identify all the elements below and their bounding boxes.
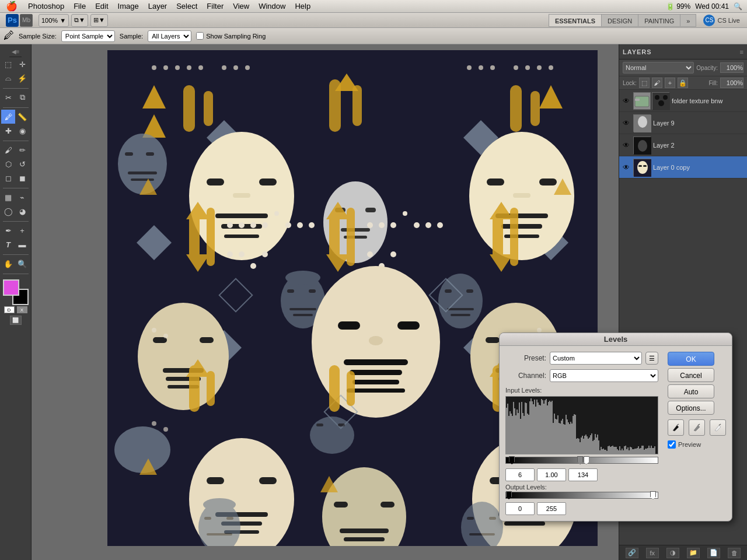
menu-window[interactable]: Window [254, 0, 290, 13]
gradient-tool[interactable]: ▦ [1, 190, 15, 204]
cs-live-label[interactable]: CS Live [717, 17, 740, 24]
layer-visibility-2[interactable]: 👁 [622, 141, 631, 150]
tab-painting[interactable]: PAINTING [638, 14, 680, 27]
apple-menu[interactable]: 🍎 [0, 1, 23, 12]
input-white-point-handle[interactable] [584, 456, 589, 464]
input-white-value[interactable] [568, 468, 598, 481]
patch-tool[interactable]: ◉ [15, 124, 29, 138]
eyedropper-tool[interactable]: 🖉 [1, 110, 15, 124]
dodge-tool[interactable]: ◯ [1, 204, 15, 218]
layers-panel-menu[interactable]: ≡ [740, 48, 743, 55]
layer-item-2[interactable]: 👁 Layer 2 [619, 134, 747, 156]
show-sampling-ring-option[interactable]: Show Sampling Ring [196, 32, 266, 40]
menu-help[interactable]: Help [290, 0, 315, 13]
menu-select[interactable]: Select [172, 0, 202, 13]
sample-size-select[interactable]: Point Sample [61, 30, 115, 42]
burn-tool[interactable]: ◕ [15, 204, 29, 218]
input-black-point-handle[interactable] [509, 456, 515, 464]
text-tool[interactable]: T [1, 237, 15, 251]
menu-image[interactable]: Image [113, 0, 144, 13]
toolbox-menu[interactable]: ≡ [16, 48, 20, 55]
layer-item-0-copy[interactable]: 👁 Layer 0 copy [619, 156, 747, 178]
new-layer-btn[interactable]: 📄 [707, 548, 720, 558]
pencil-tool[interactable]: ✏ [15, 143, 29, 157]
ruler-tool[interactable]: 📏 [15, 110, 29, 124]
input-gamma-handle[interactable] [577, 456, 583, 464]
blur-tool[interactable]: ⌁ [15, 190, 29, 204]
wand-tool[interactable]: ⚡ [15, 71, 29, 85]
input-black-value[interactable] [505, 468, 535, 481]
crop-tool[interactable]: ✂ [1, 90, 15, 104]
add-anchor[interactable]: + [15, 223, 29, 237]
sample-select[interactable]: All Layers [148, 30, 191, 42]
history-brush[interactable]: ↺ [15, 157, 29, 171]
white-point-eyedropper[interactable] [710, 419, 726, 436]
eraser-tool[interactable]: ◻ [1, 171, 15, 185]
preview-checkbox[interactable] [668, 440, 676, 449]
black-point-eyedropper[interactable] [668, 419, 684, 436]
slice-tool[interactable]: ⧉ [15, 90, 29, 104]
output-max-handle[interactable] [650, 491, 656, 499]
zoom-tool[interactable]: 🔍 [15, 257, 29, 271]
fill-input[interactable] [720, 78, 743, 88]
lock-transparent-btn[interactable]: ⬚ [639, 78, 650, 88]
screen-mode-btn[interactable]: ⬜ [10, 316, 22, 325]
add-style-btn[interactable]: fx [646, 548, 659, 558]
svg-point-157 [163, 427, 168, 432]
marquee-tool[interactable]: ⬚ [1, 57, 15, 71]
add-mask-btn[interactable]: ◑ [666, 548, 679, 558]
new-group-btn[interactable]: 📁 [687, 548, 700, 558]
search-icon[interactable]: 🔍 [734, 2, 742, 10]
link-layers-btn[interactable]: 🔗 [626, 548, 638, 558]
brush-tool[interactable]: 🖌 [1, 143, 15, 157]
layer-visibility-0-copy[interactable]: 👁 [622, 163, 631, 172]
menu-photoshop[interactable]: Photoshop [23, 0, 69, 13]
default-colors-btn[interactable]: D [4, 306, 15, 313]
output-max-value[interactable] [537, 502, 566, 515]
lock-position-btn[interactable]: + [665, 78, 675, 88]
blend-mode-select[interactable]: Normal Dissolve Multiply Screen Overlay [623, 62, 694, 74]
preset-select[interactable]: Custom Default Darker [550, 352, 642, 365]
auto-button[interactable]: Auto [668, 384, 714, 398]
menu-edit[interactable]: Edit [90, 0, 113, 13]
options-button[interactable]: Options... [668, 401, 714, 415]
menu-filter[interactable]: Filter [202, 0, 228, 13]
foreground-color-swatch[interactable] [3, 279, 19, 296]
move-tool[interactable]: ✛ [15, 57, 29, 71]
lock-all-btn[interactable]: 🔒 [678, 78, 688, 88]
arrange-button[interactable]: ⧉▼ [71, 14, 88, 27]
zoom-button[interactable]: 100% ▼ [39, 14, 69, 27]
menu-layer[interactable]: Layer [144, 0, 172, 13]
pen-tool[interactable]: ✒ [1, 223, 15, 237]
tab-design[interactable]: DESIGN [601, 14, 638, 27]
output-min-value[interactable] [505, 502, 535, 515]
lasso-tool[interactable]: ⌓ [1, 71, 15, 85]
healing-tool[interactable]: ✚ [1, 124, 15, 138]
opacity-input[interactable] [720, 62, 743, 73]
hand-tool[interactable]: ✋ [1, 257, 15, 271]
lock-image-btn[interactable]: 🖌 [652, 78, 662, 88]
cancel-button[interactable]: Cancel [668, 368, 714, 382]
magic-eraser[interactable]: ◼ [15, 171, 29, 185]
layer-item-9[interactable]: 👁 Layer 9 [619, 112, 747, 134]
menu-view[interactable]: View [228, 0, 254, 13]
show-sampling-ring-checkbox[interactable] [196, 32, 204, 40]
tab-essentials[interactable]: ESSENTIALS [549, 14, 601, 27]
switch-colors-btn[interactable]: X [17, 306, 27, 313]
menu-file[interactable]: File [69, 0, 90, 13]
layout-button[interactable]: ⊞▼ [90, 14, 108, 27]
clone-tool[interactable]: ⬡ [1, 157, 15, 171]
output-min-handle[interactable] [506, 491, 512, 499]
input-gamma-value[interactable] [537, 468, 566, 481]
gray-point-eyedropper[interactable] [689, 419, 705, 436]
toolbox-collapse[interactable]: ◀ [12, 48, 16, 55]
shape-tool[interactable]: ▬ [15, 237, 29, 251]
layer-item-folder-texture[interactable]: 👁 [619, 90, 747, 112]
channel-select[interactable]: RGB Red Green Blue [550, 369, 658, 382]
layer-visibility-9[interactable]: 👁 [622, 118, 631, 128]
ok-button[interactable]: OK [668, 352, 714, 366]
preset-menu-btn[interactable]: ☰ [645, 352, 658, 365]
delete-layer-btn[interactable]: 🗑 [728, 548, 741, 558]
layer-visibility-folder[interactable]: 👁 [622, 96, 631, 106]
tab-expand[interactable]: » [680, 14, 696, 27]
